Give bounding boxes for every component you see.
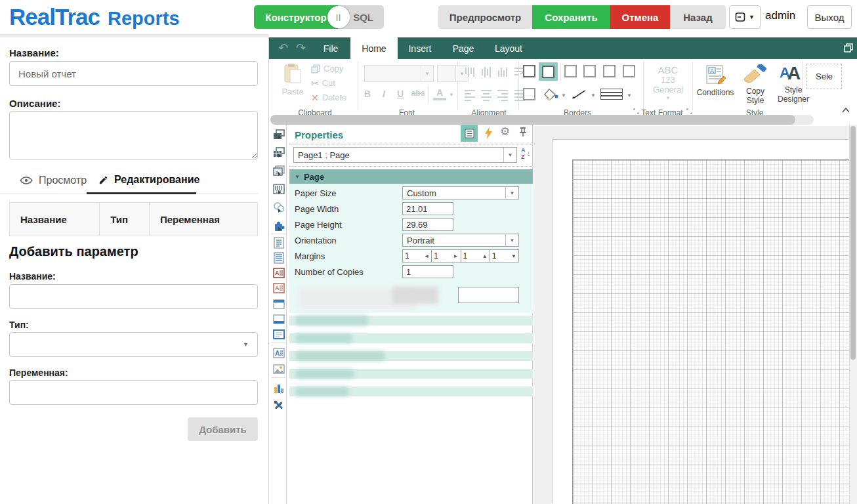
caret-down-icon[interactable]: ▼ — [449, 92, 454, 98]
image-tool-button[interactable] — [272, 362, 286, 375]
undo-button[interactable]: ↶ — [278, 42, 288, 54]
font-name-select[interactable]: ▼ — [364, 65, 434, 82]
text-tool-button[interactable]: A — [272, 346, 286, 360]
caret-down-icon[interactable]: ▼ — [648, 95, 688, 101]
paste-button[interactable]: Paste — [278, 63, 307, 96]
component-selector[interactable]: Page1 : Page ▼ — [293, 147, 517, 163]
add-param-button[interactable]: Добавить — [188, 417, 258, 441]
report-page[interactable] — [553, 140, 849, 504]
ribbon-collapse-icon[interactable] — [842, 108, 850, 113]
richtext-tool-button[interactable]: A — [272, 266, 286, 280]
align-top-icon[interactable] — [463, 66, 476, 79]
align-bottom-icon[interactable] — [496, 66, 509, 79]
border-style-box[interactable] — [600, 89, 623, 100]
properties-view-button[interactable] — [461, 125, 478, 142]
orientation-select[interactable]: Portrait ▼ — [402, 234, 519, 247]
copy-style-button[interactable]: CopyStyle — [739, 64, 772, 105]
back-button[interactable]: Назад — [670, 5, 726, 29]
richtext-alt-tool-button[interactable]: A — [272, 282, 286, 295]
design-canvas[interactable] — [533, 126, 849, 504]
border-outline-button[interactable] — [523, 88, 535, 100]
canvas-vscrollbar-thumb[interactable] — [850, 126, 856, 360]
ribbon-tab-page[interactable]: Page — [446, 37, 480, 59]
param-name-input[interactable] — [9, 284, 258, 309]
ribbon-tab-home[interactable]: Home — [350, 37, 398, 59]
cancel-button[interactable]: Отмена — [610, 5, 670, 29]
margin-top-value[interactable]: 1 — [463, 251, 468, 261]
delete-button[interactable]: ✕ Delete — [311, 93, 346, 102]
conditions-button[interactable]: A Conditions — [694, 64, 736, 97]
margin-bottom-value[interactable]: 1 — [492, 251, 497, 261]
report-name-input[interactable] — [9, 61, 258, 86]
redo-button[interactable]: ↷ — [296, 42, 306, 54]
bands-tool-button[interactable] — [272, 128, 286, 141]
preview-button[interactable]: Предпросмотр — [438, 5, 532, 29]
logout-button[interactable]: Выход — [807, 5, 852, 29]
border-top-button[interactable] — [564, 65, 577, 77]
border-right-button[interactable] — [623, 65, 635, 77]
margins-inputs[interactable]: 1◄ 1► 1▲ 1▼ — [402, 249, 519, 262]
tab-view[interactable]: Просмотр — [20, 175, 87, 186]
report-description-input[interactable] — [9, 111, 258, 159]
ribbon-tab-file[interactable]: File — [315, 37, 346, 59]
align-left-icon[interactable] — [463, 88, 476, 101]
save-button[interactable]: Сохранить — [532, 5, 610, 29]
bold-button[interactable]: B — [361, 89, 374, 99]
border-all-button[interactable] — [523, 65, 535, 77]
page-grid-area[interactable] — [572, 159, 849, 504]
page-width-input[interactable]: 21.01 — [402, 202, 453, 215]
caret-down-icon[interactable]: ▼ — [591, 93, 596, 98]
align-middle-icon[interactable] — [480, 66, 493, 79]
page-tool-button[interactable] — [272, 236, 286, 249]
cut-button[interactable]: ✂ Cut — [311, 78, 335, 88]
mode-toggle-knob[interactable]: || — [327, 6, 350, 28]
events-bolt-icon[interactable] — [484, 127, 493, 139]
margin-left-value[interactable]: 1 — [405, 251, 409, 261]
margin-right-value[interactable]: 1 — [434, 251, 438, 261]
ribbon-hscrollbar-thumb[interactable] — [270, 115, 795, 125]
paper-size-select[interactable]: Custom ▼ — [402, 186, 519, 200]
copy-button[interactable]: Copy — [311, 64, 343, 74]
fill-bucket-icon[interactable] — [543, 88, 559, 101]
number-of-copies-input[interactable]: 1 — [402, 265, 453, 278]
designer-mode-button[interactable]: Конструктор — [254, 5, 338, 29]
panel-top-tool-button[interactable] — [272, 297, 286, 310]
table-bands-tool-expand-icon[interactable] — [278, 154, 281, 158]
shapes-tool-expand-icon[interactable] — [278, 209, 281, 213]
pin-icon[interactable] — [519, 127, 527, 137]
window-restore-icon[interactable] — [844, 43, 853, 52]
align-right-icon[interactable] — [496, 88, 509, 101]
font-color-button[interactable]: A — [433, 87, 446, 100]
tab-edit[interactable]: Редактирование — [98, 174, 199, 186]
settings-gear-icon[interactable]: ⚙ — [500, 126, 510, 137]
bands-tool-expand-icon[interactable] — [278, 135, 281, 139]
components-tool-expand-icon[interactable] — [278, 227, 281, 231]
barcode-tool-expand-icon[interactable] — [278, 190, 281, 194]
display-menu-button[interactable]: ▼ — [729, 5, 761, 29]
italic-button[interactable]: I — [377, 89, 390, 99]
param-type-select[interactable]: ▼ — [9, 332, 258, 357]
lined-page-tool-button[interactable] — [272, 251, 286, 264]
border-none-button[interactable] — [539, 62, 558, 81]
sort-az-icon[interactable]: A↓Z — [521, 147, 533, 163]
panel-bottom-tool-button[interactable] — [272, 312, 286, 326]
text-format-dialog-launcher-icon[interactable] — [686, 108, 692, 114]
cross-bands-tool-expand-icon[interactable] — [278, 172, 281, 176]
param-variable-input[interactable] — [9, 380, 258, 405]
align-center-icon[interactable] — [480, 88, 493, 101]
tools-tool-button[interactable] — [272, 399, 286, 412]
page-section-header[interactable]: ▼ Page — [289, 169, 533, 184]
underline-button[interactable]: U — [394, 89, 407, 99]
subreport-tool-button[interactable] — [272, 327, 286, 341]
border-left-button[interactable] — [603, 65, 616, 77]
caret-down-icon[interactable]: ▼ — [627, 93, 632, 98]
border-bottom-button[interactable] — [583, 65, 596, 77]
caret-down-icon[interactable]: ▼ — [561, 93, 566, 98]
ribbon-tab-layout[interactable]: Layout — [488, 37, 529, 59]
chart-tool-button[interactable] — [272, 382, 286, 395]
border-color-pen-icon[interactable] — [571, 89, 588, 100]
select-all-button[interactable]: Sele — [806, 64, 842, 89]
page-height-input[interactable]: 29.69 — [402, 218, 453, 231]
strikeout-button[interactable]: abc — [409, 89, 427, 98]
ribbon-tab-insert[interactable]: Insert — [402, 37, 438, 59]
